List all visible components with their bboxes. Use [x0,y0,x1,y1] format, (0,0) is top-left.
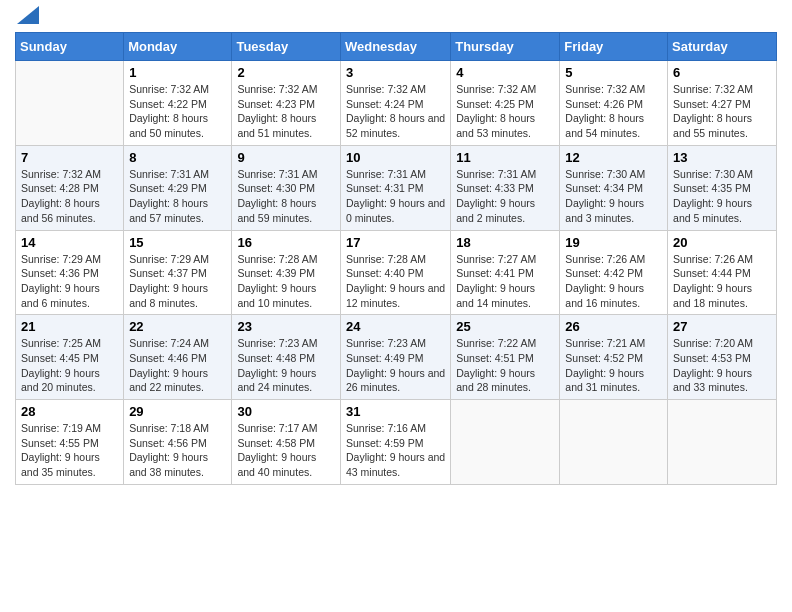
col-header-wednesday: Wednesday [340,33,450,61]
day-info: Sunrise: 7:30 AMSunset: 4:35 PMDaylight:… [673,168,753,224]
day-info: Sunrise: 7:32 AMSunset: 4:28 PMDaylight:… [21,168,101,224]
day-number: 25 [456,319,554,334]
day-cell: 3 Sunrise: 7:32 AMSunset: 4:24 PMDayligh… [340,61,450,146]
day-number: 15 [129,235,226,250]
day-number: 17 [346,235,445,250]
day-number: 30 [237,404,335,419]
svg-marker-0 [17,6,39,24]
day-info: Sunrise: 7:31 AMSunset: 4:30 PMDaylight:… [237,168,317,224]
day-cell: 25 Sunrise: 7:22 AMSunset: 4:51 PMDaylig… [451,315,560,400]
day-cell: 15 Sunrise: 7:29 AMSunset: 4:37 PMDaylig… [124,230,232,315]
day-cell [560,400,668,485]
day-cell [668,400,777,485]
day-info: Sunrise: 7:32 AMSunset: 4:27 PMDaylight:… [673,83,753,139]
day-cell: 21 Sunrise: 7:25 AMSunset: 4:45 PMDaylig… [16,315,124,400]
calendar-table: SundayMondayTuesdayWednesdayThursdayFrid… [15,32,777,485]
day-number: 24 [346,319,445,334]
day-info: Sunrise: 7:28 AMSunset: 4:39 PMDaylight:… [237,253,317,309]
day-number: 8 [129,150,226,165]
day-cell: 19 Sunrise: 7:26 AMSunset: 4:42 PMDaylig… [560,230,668,315]
day-cell: 31 Sunrise: 7:16 AMSunset: 4:59 PMDaylig… [340,400,450,485]
page-header [15,10,777,24]
day-info: Sunrise: 7:29 AMSunset: 4:36 PMDaylight:… [21,253,101,309]
day-info: Sunrise: 7:32 AMSunset: 4:24 PMDaylight:… [346,83,445,139]
day-info: Sunrise: 7:21 AMSunset: 4:52 PMDaylight:… [565,337,645,393]
day-info: Sunrise: 7:17 AMSunset: 4:58 PMDaylight:… [237,422,317,478]
day-number: 1 [129,65,226,80]
day-number: 13 [673,150,771,165]
day-info: Sunrise: 7:32 AMSunset: 4:25 PMDaylight:… [456,83,536,139]
day-cell: 29 Sunrise: 7:18 AMSunset: 4:56 PMDaylig… [124,400,232,485]
day-cell: 5 Sunrise: 7:32 AMSunset: 4:26 PMDayligh… [560,61,668,146]
day-number: 22 [129,319,226,334]
day-info: Sunrise: 7:29 AMSunset: 4:37 PMDaylight:… [129,253,209,309]
day-number: 19 [565,235,662,250]
header-row: SundayMondayTuesdayWednesdayThursdayFrid… [16,33,777,61]
day-number: 29 [129,404,226,419]
day-cell: 7 Sunrise: 7:32 AMSunset: 4:28 PMDayligh… [16,145,124,230]
day-number: 7 [21,150,118,165]
day-cell: 9 Sunrise: 7:31 AMSunset: 4:30 PMDayligh… [232,145,341,230]
day-cell [16,61,124,146]
day-cell: 16 Sunrise: 7:28 AMSunset: 4:39 PMDaylig… [232,230,341,315]
day-cell: 27 Sunrise: 7:20 AMSunset: 4:53 PMDaylig… [668,315,777,400]
col-header-sunday: Sunday [16,33,124,61]
day-cell: 12 Sunrise: 7:30 AMSunset: 4:34 PMDaylig… [560,145,668,230]
day-cell: 13 Sunrise: 7:30 AMSunset: 4:35 PMDaylig… [668,145,777,230]
day-info: Sunrise: 7:16 AMSunset: 4:59 PMDaylight:… [346,422,445,478]
day-number: 3 [346,65,445,80]
day-number: 9 [237,150,335,165]
day-cell: 24 Sunrise: 7:23 AMSunset: 4:49 PMDaylig… [340,315,450,400]
day-cell: 28 Sunrise: 7:19 AMSunset: 4:55 PMDaylig… [16,400,124,485]
day-info: Sunrise: 7:31 AMSunset: 4:29 PMDaylight:… [129,168,209,224]
day-number: 20 [673,235,771,250]
day-number: 4 [456,65,554,80]
day-cell: 30 Sunrise: 7:17 AMSunset: 4:58 PMDaylig… [232,400,341,485]
day-info: Sunrise: 7:19 AMSunset: 4:55 PMDaylight:… [21,422,101,478]
day-number: 21 [21,319,118,334]
day-number: 27 [673,319,771,334]
day-cell: 20 Sunrise: 7:26 AMSunset: 4:44 PMDaylig… [668,230,777,315]
day-number: 18 [456,235,554,250]
day-cell: 6 Sunrise: 7:32 AMSunset: 4:27 PMDayligh… [668,61,777,146]
day-info: Sunrise: 7:32 AMSunset: 4:22 PMDaylight:… [129,83,209,139]
day-number: 6 [673,65,771,80]
day-number: 12 [565,150,662,165]
day-info: Sunrise: 7:24 AMSunset: 4:46 PMDaylight:… [129,337,209,393]
day-info: Sunrise: 7:26 AMSunset: 4:44 PMDaylight:… [673,253,753,309]
day-info: Sunrise: 7:26 AMSunset: 4:42 PMDaylight:… [565,253,645,309]
week-row-1: 1 Sunrise: 7:32 AMSunset: 4:22 PMDayligh… [16,61,777,146]
col-header-saturday: Saturday [668,33,777,61]
day-number: 2 [237,65,335,80]
week-row-4: 21 Sunrise: 7:25 AMSunset: 4:45 PMDaylig… [16,315,777,400]
day-info: Sunrise: 7:32 AMSunset: 4:26 PMDaylight:… [565,83,645,139]
day-cell: 17 Sunrise: 7:28 AMSunset: 4:40 PMDaylig… [340,230,450,315]
day-cell: 4 Sunrise: 7:32 AMSunset: 4:25 PMDayligh… [451,61,560,146]
day-cell: 18 Sunrise: 7:27 AMSunset: 4:41 PMDaylig… [451,230,560,315]
day-info: Sunrise: 7:32 AMSunset: 4:23 PMDaylight:… [237,83,317,139]
day-number: 26 [565,319,662,334]
logo [15,10,39,24]
day-info: Sunrise: 7:31 AMSunset: 4:31 PMDaylight:… [346,168,445,224]
day-info: Sunrise: 7:20 AMSunset: 4:53 PMDaylight:… [673,337,753,393]
day-cell: 14 Sunrise: 7:29 AMSunset: 4:36 PMDaylig… [16,230,124,315]
day-info: Sunrise: 7:18 AMSunset: 4:56 PMDaylight:… [129,422,209,478]
day-info: Sunrise: 7:23 AMSunset: 4:48 PMDaylight:… [237,337,317,393]
day-cell: 23 Sunrise: 7:23 AMSunset: 4:48 PMDaylig… [232,315,341,400]
day-number: 11 [456,150,554,165]
day-cell: 11 Sunrise: 7:31 AMSunset: 4:33 PMDaylig… [451,145,560,230]
day-number: 14 [21,235,118,250]
day-cell: 22 Sunrise: 7:24 AMSunset: 4:46 PMDaylig… [124,315,232,400]
day-number: 5 [565,65,662,80]
day-info: Sunrise: 7:27 AMSunset: 4:41 PMDaylight:… [456,253,536,309]
week-row-5: 28 Sunrise: 7:19 AMSunset: 4:55 PMDaylig… [16,400,777,485]
col-header-friday: Friday [560,33,668,61]
day-info: Sunrise: 7:25 AMSunset: 4:45 PMDaylight:… [21,337,101,393]
day-number: 23 [237,319,335,334]
day-cell: 8 Sunrise: 7:31 AMSunset: 4:29 PMDayligh… [124,145,232,230]
day-cell: 2 Sunrise: 7:32 AMSunset: 4:23 PMDayligh… [232,61,341,146]
day-info: Sunrise: 7:23 AMSunset: 4:49 PMDaylight:… [346,337,445,393]
day-number: 28 [21,404,118,419]
day-cell [451,400,560,485]
logo-icon [17,6,39,24]
